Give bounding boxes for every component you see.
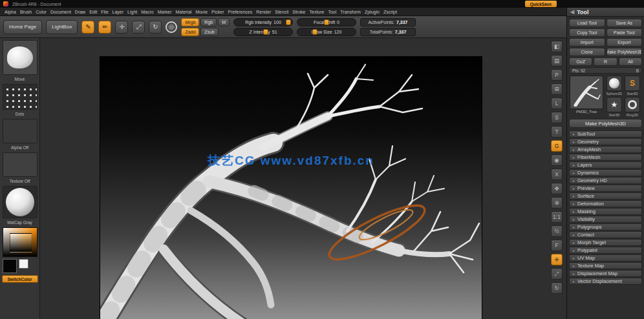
lightbox-button[interactable]: LightBox (46, 20, 78, 34)
rotate-icon[interactable]: ↻ (551, 282, 563, 294)
subpalette-polygroups[interactable]: ▸Polygroups (569, 223, 642, 231)
subpalette-masking[interactable]: ▸Masking (569, 208, 642, 215)
subpalette-morph-target[interactable]: ▸Morph Target (569, 239, 642, 246)
menu-layer[interactable]: Layer (111, 10, 126, 14)
menu-tool[interactable]: Tool (326, 10, 338, 14)
menu-movie[interactable]: Movie (193, 10, 209, 14)
tool-palette-header[interactable]: ◀ Tool (567, 8, 644, 17)
rgb-toggle[interactable]: Rgb (200, 18, 217, 26)
menu-brush[interactable]: Brush (18, 10, 34, 14)
menu-material[interactable]: Material (173, 10, 193, 14)
lsym-icon[interactable]: S (551, 112, 563, 123)
menu-render[interactable]: Render (254, 10, 273, 14)
slider-knob[interactable] (324, 19, 329, 25)
menu-texture[interactable]: Texture (307, 10, 326, 14)
subpalette-contact[interactable]: ▸Contact (569, 231, 642, 238)
subpalette-arraymesh[interactable]: ▸ArrayMesh (569, 146, 642, 153)
subpalette-deformation[interactable]: ▸Deformation (569, 200, 642, 207)
tool-btn-copy-tool[interactable]: Copy Tool (569, 28, 605, 37)
color-picker-inner[interactable] (10, 233, 32, 252)
subpalette-uv-map[interactable]: ▸UV Map (569, 254, 642, 262)
menu-stroke[interactable]: Stroke (290, 10, 307, 14)
quickpick-star3d[interactable]: SStar3D (624, 76, 641, 96)
move-mode-button[interactable]: ✛ (115, 21, 128, 34)
subpalette-fibermesh[interactable]: ▸FiberMesh (569, 154, 642, 161)
switch-color-button[interactable]: SwitchColor (2, 275, 38, 283)
current-tool-thumbnail[interactable] (570, 76, 603, 109)
xpose-icon[interactable]: X (551, 169, 563, 180)
subpalette-displacement-map[interactable]: ▸Displacement Map (569, 270, 642, 277)
rgb-intensity-slider[interactable]: Rgb Intensity 100 (233, 18, 293, 26)
document-canvas[interactable]: 技艺CG www.vd87xfb.cn (100, 57, 482, 319)
tool-btn-import[interactable]: Import (569, 38, 605, 46)
subpalette-geometry-hd[interactable]: ▸Geometry HD (569, 177, 642, 184)
current-material-thumbnail[interactable] (3, 186, 38, 218)
menu-light[interactable]: Light (125, 10, 139, 14)
quickpick-star3d[interactable]: ★Star3D (606, 97, 623, 117)
current-brush-thumbnail[interactable] (3, 40, 38, 75)
local-icon[interactable]: L (551, 98, 563, 109)
subpalette-subtool[interactable]: ▸SubTool (569, 130, 642, 138)
zsub-toggle[interactable]: Zsub (200, 28, 219, 36)
aahalf-icon[interactable]: ½ (551, 225, 563, 237)
tool-btn-export[interactable]: Export (606, 38, 643, 46)
slider-knob[interactable] (263, 29, 268, 35)
menu-zplugin[interactable]: Zplugin (363, 10, 381, 14)
actual-icon[interactable]: 1:1 (551, 211, 563, 223)
current-texture-thumbnail[interactable] (3, 152, 38, 177)
subpalette-polypaint[interactable]: ▸Polypaint (569, 247, 642, 254)
tool-btn-r[interactable]: R (594, 57, 617, 66)
make-polymesh3d-button[interactable]: Make PolyMesh3D (569, 119, 642, 128)
menu-color[interactable]: Color (34, 10, 48, 14)
menu-draw[interactable]: Draw (73, 10, 87, 14)
subpalette-vector-displacement[interactable]: ▸Vector Displacement (569, 278, 642, 285)
subpalette-visibility[interactable]: ▸Visibility (569, 216, 642, 223)
menu-macro[interactable]: Macro (139, 10, 155, 14)
menu-document[interactable]: Document (48, 10, 73, 14)
color-picker[interactable] (3, 227, 38, 257)
z-intensity-slider[interactable]: Z Intensity 51 (233, 28, 293, 36)
quickpick-sphere3d[interactable]: Sphere3D (606, 76, 623, 96)
bpr-render-icon[interactable]: ◧ (551, 41, 563, 52)
subpalette-layers[interactable]: ▸Layers (569, 161, 642, 169)
subpalette-dynamics[interactable]: ▸Dynamics (569, 169, 642, 176)
secondary-color-swatch[interactable] (19, 259, 28, 269)
zoom-icon[interactable]: ⊕ (551, 197, 563, 209)
render-mode-icon[interactable]: ▤ (551, 55, 563, 67)
draw-size-slider[interactable]: Draw Size 120 (297, 28, 356, 36)
tool-btn-paste-tool[interactable]: Paste Tool (606, 28, 643, 37)
move-icon[interactable]: ✛ (551, 254, 563, 265)
subpalette-preview[interactable]: ▸Preview (569, 185, 642, 192)
menu-zscript[interactable]: Zscript (381, 10, 399, 14)
main-color-swatch[interactable] (3, 259, 17, 273)
brush-stroke-preview-icon[interactable] (166, 21, 177, 33)
tool-btn-all[interactable]: All (619, 57, 642, 66)
frame-icon[interactable]: F (551, 240, 563, 251)
tool-btn-goz[interactable]: GoZ (569, 57, 592, 66)
scroll-icon[interactable]: ✥ (551, 183, 563, 194)
persp-icon[interactable]: P (551, 69, 563, 81)
edit-object-button[interactable]: ✎ (81, 21, 94, 34)
collapse-panel-icon[interactable]: ◀ (570, 9, 574, 15)
home-page-button[interactable]: Home Page (3, 20, 42, 34)
menu-preferences[interactable]: Preferences (226, 10, 255, 14)
current-stroke-thumbnail[interactable] (3, 84, 38, 110)
quicksave-button[interactable]: QuickSave (525, 1, 557, 7)
menu-marker[interactable]: Marker (156, 10, 174, 14)
scale-mode-button[interactable]: ⤢ (132, 21, 145, 34)
menu-alpha[interactable]: Alpha (3, 10, 18, 14)
menu-edit[interactable]: Edit (87, 10, 99, 14)
focal-shift-slider[interactable]: Focal Shift 0 (297, 18, 356, 26)
m-toggle[interactable]: M (218, 18, 230, 26)
menu-file[interactable]: File (99, 10, 110, 14)
tool-btn-make-polymesh3d[interactable]: Make PolyMesh3D (606, 48, 643, 56)
subpalette-geometry[interactable]: ▸Geometry (569, 138, 642, 145)
transp-icon[interactable]: T (551, 126, 563, 138)
slider-knob[interactable] (286, 19, 291, 25)
subpalette-texture-map[interactable]: ▸Texture Map (569, 262, 642, 269)
menu-stencil[interactable]: Stencil (273, 10, 290, 14)
tree-model[interactable] (100, 57, 482, 319)
solo-icon[interactable]: ◉ (551, 154, 563, 166)
draw-mode-button[interactable]: ✏ (98, 21, 111, 34)
tool-btn-load-tool[interactable]: Load Tool (569, 19, 605, 27)
